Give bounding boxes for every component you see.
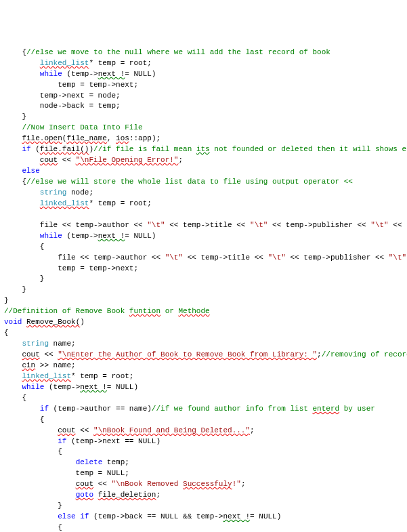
code-editor: {//else we move to the null where we wil…: [4, 47, 403, 532]
comment: //if file is fail mean: [93, 145, 196, 153]
line: file << temp->author <<: [4, 221, 147, 229]
kw: goto: [76, 491, 93, 499]
line: {: [4, 178, 26, 186]
code: (temp->: [62, 70, 98, 78]
line: [4, 458, 76, 466]
comment: not founded or deleted then it will show…: [210, 145, 407, 153]
kw: else: [58, 512, 75, 520]
code: >> name;: [35, 361, 75, 369]
code: << temp->title <<: [165, 221, 250, 229]
comment: //Definition of Remove Book: [4, 307, 129, 315]
code: (temp->: [44, 383, 80, 391]
ident: cout: [76, 480, 93, 488]
code: ;: [241, 480, 246, 488]
comment: //removing of record will be require: [322, 350, 407, 359]
ident: ios: [116, 134, 129, 142]
code: << temp->description <<: [389, 221, 407, 229]
line: [4, 426, 58, 434]
comment: //if we found author info from list: [152, 405, 313, 413]
code: ::app);: [129, 134, 160, 142]
line: [4, 59, 40, 67]
string: "\t": [147, 221, 165, 229]
line: {: [4, 48, 26, 56]
underline: next !: [223, 512, 250, 520]
string: "\nEnter the Author of Book to Remove Bo…: [58, 350, 317, 359]
code: ;: [250, 426, 255, 434]
code: name;: [49, 340, 76, 348]
code: ;: [156, 491, 160, 499]
line: file << temp->author <<: [4, 253, 165, 262]
code: ,: [107, 134, 116, 142]
line: [4, 199, 40, 207]
code: * temp = root;: [71, 372, 133, 380]
string: Successfuly: [183, 480, 232, 488]
code: <<: [40, 350, 58, 359]
line: [4, 437, 58, 445]
line: {: [4, 523, 62, 531]
underline: next !: [98, 232, 125, 240]
line: temp = temp->next;: [4, 81, 138, 89]
comment: by user: [339, 405, 375, 413]
line: }: [4, 285, 26, 293]
code: (: [31, 145, 40, 153]
line: {: [4, 394, 26, 402]
code: = NULL): [107, 383, 138, 391]
line: {: [4, 415, 44, 424]
line: [4, 134, 22, 142]
line: [4, 232, 40, 240]
ident: cin: [22, 361, 35, 369]
comment: //Now Insert Data Into File: [22, 123, 142, 131]
kw: else: [22, 167, 39, 175]
comment: or: [160, 307, 178, 315]
line: {: [4, 447, 62, 455]
underline: next !: [98, 70, 125, 78]
string: "\t": [389, 253, 406, 262]
kw: while: [22, 383, 44, 391]
kw: if: [58, 437, 66, 445]
line: [4, 123, 22, 131]
line: [4, 350, 22, 359]
line: }: [4, 296, 9, 304]
ident: file.open: [22, 134, 62, 142]
string: "\t": [250, 221, 267, 229]
blank-line: [4, 210, 9, 218]
line: }: [4, 112, 26, 121]
type-token: linked_list: [40, 199, 89, 207]
string: "\nBook Removed: [111, 480, 183, 488]
line: {: [4, 243, 44, 251]
line: [4, 491, 76, 499]
line: }: [4, 274, 44, 283]
underline: next !: [80, 383, 107, 391]
code: ;: [178, 156, 183, 164]
string: "\nBook Found and Being Deleted...": [93, 426, 250, 434]
code: << temp->title <<: [183, 253, 267, 262]
string: "\t": [370, 221, 388, 229]
kw: if: [80, 512, 89, 520]
code: = NULL): [125, 232, 156, 240]
ident: cout: [58, 426, 75, 434]
line: [4, 167, 22, 175]
comment: its: [196, 145, 210, 153]
code: <<: [93, 480, 111, 488]
line: temp = NULL;: [4, 469, 129, 477]
code: * temp = root;: [89, 59, 151, 67]
kw: if: [40, 405, 49, 413]
kw: if: [22, 145, 30, 153]
type-token: string: [22, 340, 49, 348]
code: ): [80, 318, 85, 326]
code: * temp = root;: [89, 199, 151, 207]
code: <<: [58, 156, 75, 164]
line: [4, 70, 40, 78]
comment: Methode: [178, 307, 209, 315]
line: node->back = temp;: [4, 102, 121, 110]
ident: cout: [22, 350, 39, 359]
line: [4, 383, 22, 391]
code: = NULL): [125, 70, 156, 78]
line: [4, 405, 40, 413]
code: <<: [76, 426, 93, 434]
comment: //else we will store the whole list data…: [26, 178, 353, 186]
comment: //else we move to the null where we will…: [26, 48, 330, 56]
line: [4, 340, 22, 348]
line: [4, 372, 22, 380]
code: (temp->next == NULL): [66, 437, 160, 445]
